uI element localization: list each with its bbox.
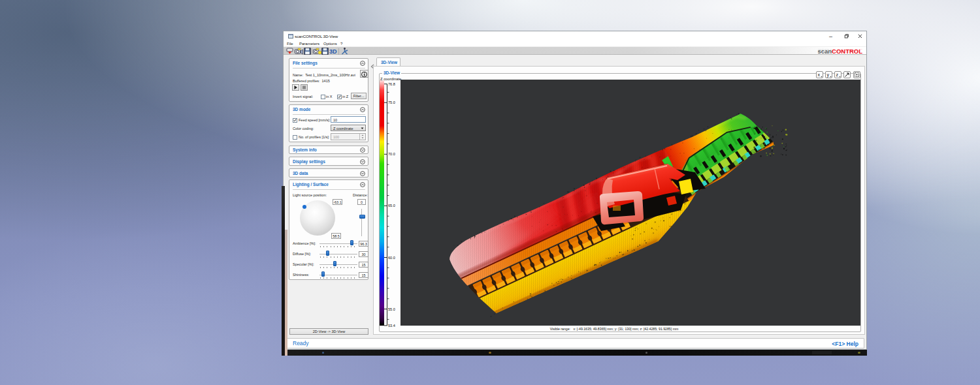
svg-text:55.0: 55.0 xyxy=(388,307,395,311)
svg-text:65.0: 65.0 xyxy=(388,204,395,208)
svg-text:76.8: 76.8 xyxy=(388,82,395,86)
svg-text:70.0: 70.0 xyxy=(388,152,395,156)
svg-text:x: x xyxy=(818,72,821,77)
svg-text:y: y xyxy=(827,72,830,78)
svg-text:3D: 3D xyxy=(329,48,337,55)
svg-text:75.0: 75.0 xyxy=(388,100,395,104)
svg-text:z: z xyxy=(836,72,839,77)
svg-text:60.0: 60.0 xyxy=(388,256,395,260)
